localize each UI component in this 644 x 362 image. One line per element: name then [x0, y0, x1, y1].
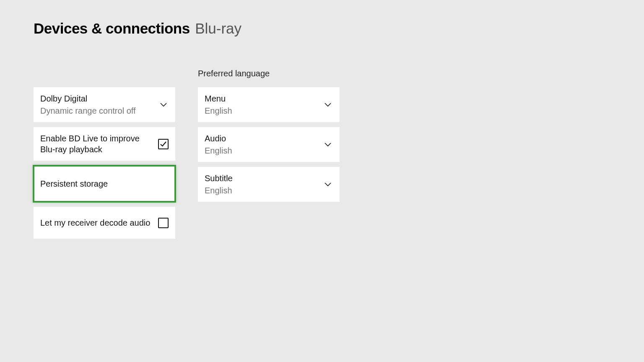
audio-label: Audio [205, 133, 319, 144]
content-area: Dolby Digital Dynamic range control off … [0, 37, 644, 244]
page-title: Devices & connections [34, 20, 190, 36]
subtitle-text: Subtitle English [205, 173, 319, 196]
chevron-down-icon [323, 100, 333, 110]
menu-language-dropdown[interactable]: Menu English [198, 87, 340, 122]
chevron-down-icon [158, 100, 169, 110]
chevron-down-icon [323, 180, 333, 190]
dolby-digital-dropdown[interactable]: Dolby Digital Dynamic range control off [34, 87, 175, 122]
subtitle-language-dropdown[interactable]: Subtitle English [198, 167, 340, 202]
audio-language-dropdown[interactable]: Audio English [198, 127, 340, 162]
bd-live-checkbox[interactable]: Enable BD Live to improve Blu-ray playba… [34, 127, 175, 161]
persistent-text: Persistent storage [40, 178, 169, 189]
persistent-storage-button[interactable]: Persistent storage [34, 166, 175, 202]
page-header: Devices & connections Blu-ray [0, 0, 644, 37]
checkbox-checked-icon [158, 139, 169, 149]
audio-text: Audio English [205, 133, 319, 156]
menu-label: Menu [205, 93, 319, 104]
left-column: Dolby Digital Dynamic range control off … [34, 67, 175, 244]
subtitle-value: English [205, 185, 319, 196]
preferred-language-header: Preferred language [198, 67, 340, 87]
receiver-decode-checkbox[interactable]: Let my receiver decode audio [34, 207, 175, 239]
receiver-text: Let my receiver decode audio [40, 217, 154, 228]
dolby-label: Dolby Digital [40, 93, 154, 104]
subtitle-label: Subtitle [205, 173, 319, 184]
page-subtitle: Blu-ray [195, 20, 242, 36]
persistent-label: Persistent storage [40, 178, 169, 189]
right-column: Preferred language Menu English Audio En… [198, 67, 340, 244]
dolby-value: Dynamic range control off [40, 105, 154, 116]
receiver-label: Let my receiver decode audio [40, 217, 154, 228]
bd-live-text: Enable BD Live to improve Blu-ray playba… [40, 133, 154, 155]
audio-value: English [205, 145, 319, 156]
left-column-spacer [34, 67, 175, 87]
menu-text: Menu English [205, 93, 319, 116]
checkbox-unchecked-icon [158, 218, 169, 228]
dolby-text: Dolby Digital Dynamic range control off [40, 93, 154, 116]
bd-live-label: Enable BD Live to improve Blu-ray playba… [40, 133, 154, 155]
menu-value: English [205, 105, 319, 116]
chevron-down-icon [323, 140, 333, 150]
